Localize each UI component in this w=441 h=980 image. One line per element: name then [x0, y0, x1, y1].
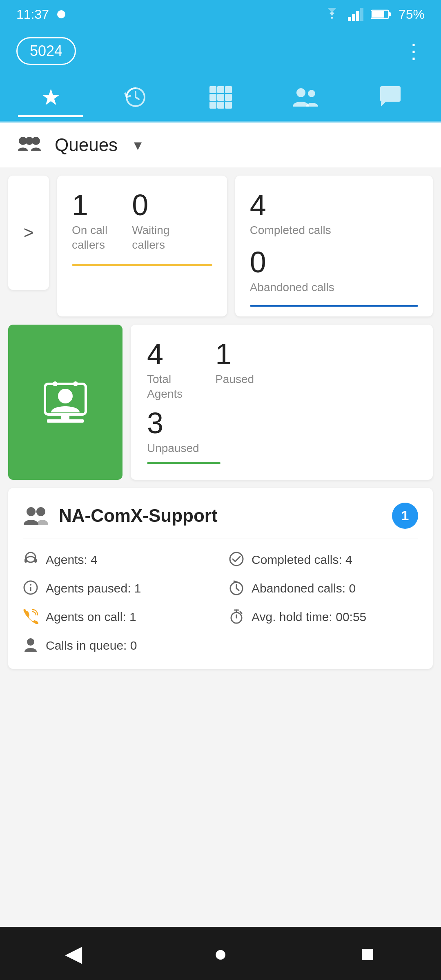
svg-line-44 [240, 612, 242, 613]
svg-point-26 [53, 381, 58, 386]
callers-divider [72, 264, 212, 266]
phone-call-icon [23, 608, 38, 624]
total-agents-block: 4 TotalAgents [147, 339, 183, 402]
queue-col-2: Completed calls: 4 Abandoned calls: 0 [229, 551, 418, 654]
time-display: 11:37 [16, 7, 49, 22]
status-bar-left: 11:37 [16, 7, 65, 22]
grid-icon [208, 85, 233, 110]
waiting-label: Waitingcallers [132, 223, 169, 253]
agents-paused-item: Agents paused: 1 [23, 580, 212, 597]
signal-icon [348, 8, 363, 21]
svg-point-27 [73, 381, 78, 386]
svg-point-17 [296, 88, 305, 97]
unpaused-number: 3 [147, 408, 416, 438]
svg-rect-24 [61, 414, 69, 419]
completed-calls-block: 4 Completed calls [250, 190, 418, 238]
svg-rect-1 [352, 14, 355, 21]
tab-favorites[interactable]: ★ [18, 79, 83, 116]
svg-rect-10 [225, 86, 232, 93]
tab-chat[interactable] [358, 79, 423, 116]
completed-label: Completed calls [250, 223, 418, 238]
history-icon [123, 85, 148, 110]
queue-details: Agents: 4 Agents paused: 1 [23, 551, 418, 654]
svg-point-23 [58, 389, 73, 403]
on-call-number: 1 [72, 190, 107, 220]
back-button[interactable]: ◀ [53, 937, 94, 970]
queues-dropdown[interactable]: ▾ [134, 136, 142, 154]
completed-calls-item: Completed calls: 4 [229, 551, 418, 568]
top-stats-row: > 1 On callcallers 0 Waitingcallers [8, 176, 433, 316]
waiting-block: 0 Waitingcallers [132, 190, 169, 253]
battery-percent: 75% [399, 7, 425, 22]
agents-on-call-text: Agents on call: 1 [46, 608, 136, 626]
contacts-icon [291, 85, 320, 110]
svg-point-36 [27, 638, 34, 646]
agents-on-call-item: Agents on call: 1 [23, 608, 212, 626]
expand-button[interactable]: > [8, 176, 49, 290]
abandoned-label: Abandoned calls [250, 280, 418, 295]
agents-row: 4 TotalAgents 1 Paused 3 Unpaused [8, 325, 433, 480]
agents-top-stats: 4 TotalAgents 1 Paused [147, 339, 416, 402]
svg-rect-12 [217, 94, 224, 101]
svg-rect-14 [209, 102, 216, 109]
home-button[interactable]: ● [200, 937, 241, 970]
stopwatch-icon [229, 608, 244, 624]
info-icon [23, 580, 38, 595]
avg-hold-time-text: Avg. hold time: 00:55 [252, 608, 366, 626]
svg-rect-0 [348, 17, 351, 21]
agents-stats-card: 4 TotalAgents 1 Paused 3 Unpaused [131, 325, 433, 480]
completed-calls-text: Completed calls: 4 [252, 551, 352, 568]
tab-history[interactable] [103, 79, 168, 116]
agents-count-item: Agents: 4 [23, 551, 212, 568]
tab-contacts[interactable] [273, 79, 338, 116]
chat-icon [378, 85, 403, 110]
callers-card: 1 On callcallers 0 Waitingcallers [57, 176, 227, 316]
svg-point-35 [30, 584, 31, 586]
status-bar: 11:37 75% [0, 0, 441, 29]
svg-rect-15 [217, 102, 224, 109]
abandoned-calls-item: Abandoned calls: 0 [229, 580, 418, 597]
status-bar-right: 75% [323, 7, 425, 22]
queue-card: NA-ComX-Support 1 Agents: 4 [8, 488, 433, 669]
agents-icon-card [8, 325, 122, 480]
queues-icon [16, 134, 42, 156]
home-icon: ● [214, 940, 227, 967]
total-agents-number: 4 [147, 339, 183, 369]
unpaused-block: 3 Unpaused [147, 408, 416, 456]
agent-card-icon [39, 380, 92, 425]
nav-tabs: ★ [0, 74, 441, 122]
calls-card: 4 Completed calls 0 Abandoned calls [235, 176, 433, 316]
svg-rect-5 [389, 12, 391, 16]
queue-badge: 1 [392, 503, 418, 529]
recent-apps-button[interactable]: ■ [347, 937, 388, 970]
waiting-number: 0 [132, 190, 169, 220]
on-call-block: 1 On callcallers [72, 190, 107, 253]
calls-divider [250, 305, 418, 307]
queue-name-label: NA-ComX-Support [59, 506, 382, 526]
svg-point-18 [308, 90, 315, 97]
user-badge[interactable]: 5024 [16, 37, 76, 65]
callers-stats: 1 On callcallers 0 Waitingcallers [72, 190, 212, 253]
on-call-label: On callcallers [72, 223, 107, 253]
calls-in-queue-text: Calls in queue: 0 [46, 637, 137, 654]
svg-rect-3 [360, 8, 363, 21]
svg-rect-13 [225, 94, 232, 101]
status-dot-icon [57, 10, 65, 18]
avg-hold-time-item: Avg. hold time: 00:55 [229, 608, 418, 626]
agents-paused-text: Agents paused: 1 [46, 580, 141, 597]
section-header: Queues ▾ [0, 122, 441, 167]
svg-point-29 [36, 507, 45, 516]
cards-row-1: 1 On callcallers 0 Waitingcallers 4 Comp… [57, 176, 433, 316]
svg-rect-8 [209, 86, 216, 93]
headset-icon [23, 551, 38, 567]
checkmark-circle-icon [229, 551, 244, 567]
svg-rect-16 [225, 102, 232, 109]
paused-block: 1 Paused [215, 339, 254, 402]
paused-label: Paused [215, 372, 254, 387]
more-options-button[interactable]: ⋮ [403, 39, 425, 63]
section-title: Queues [55, 135, 118, 155]
recent-icon: ■ [361, 940, 374, 967]
tab-grid[interactable] [188, 79, 253, 116]
svg-rect-25 [47, 419, 84, 423]
wifi-icon [323, 8, 341, 21]
